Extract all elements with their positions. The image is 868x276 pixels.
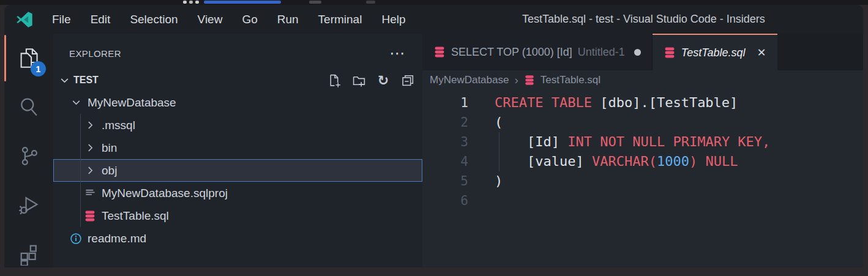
tab-TestTable.sql[interactable]: TestTable.sql✕ <box>653 34 777 70</box>
menu-selection[interactable]: Selection <box>120 5 187 34</box>
refresh-icon[interactable]: ↻ <box>376 73 391 88</box>
collapse-all-icon[interactable] <box>400 73 415 88</box>
code-token: [value] <box>495 154 592 169</box>
database-icon <box>433 46 446 58</box>
explorer-header: EXPLORER ⋯ <box>53 34 422 69</box>
code-line-4: 4 [value] VARCHAR(1000) NULL <box>422 152 863 171</box>
tree-item-.mssql[interactable]: .mssql <box>53 114 422 136</box>
code-editor[interactable]: 1CREATE TABLE [dbo].[TestTable]2(3 [Id] … <box>422 90 863 267</box>
tab-bar: SELECT TOP (1000) [Id]Untitled-1 TestTab… <box>422 34 863 70</box>
code-line-text: [value] VARCHAR(1000) NULL <box>468 152 738 171</box>
tree-item-readme.md[interactable]: readme.md <box>53 227 422 250</box>
activitybar-extensions[interactable] <box>4 229 53 267</box>
database-icon <box>83 210 97 222</box>
info-icon <box>69 233 83 245</box>
chevron-down-icon <box>59 75 70 86</box>
database-icon <box>524 75 535 86</box>
activitybar-source-control[interactable] <box>4 132 53 181</box>
menu-edit[interactable]: Edit <box>81 5 121 34</box>
line-number: 1 <box>422 93 468 113</box>
code-token: ( <box>495 114 503 130</box>
chevron-right-icon <box>83 120 97 130</box>
menu-run[interactable]: Run <box>268 5 309 34</box>
code-token: [Id] <box>495 134 567 149</box>
menu-terminal[interactable]: Terminal <box>309 5 372 34</box>
background-app-fragment <box>366 1 375 4</box>
tree-item-TestTable.sql[interactable]: TestTable.sql <box>53 204 422 227</box>
code-token: [dbo].[TestTable] <box>600 95 738 110</box>
tree-item-bin[interactable]: bin <box>53 136 422 159</box>
menu-view[interactable]: View <box>188 5 233 34</box>
database-icon <box>664 47 676 59</box>
activitybar-explorer[interactable]: 1 <box>4 34 53 83</box>
workbench: 1 <box>4 34 863 267</box>
new-folder-icon[interactable] <box>351 73 366 88</box>
line-number: 6 <box>422 191 468 211</box>
code-token: VARCHAR( <box>592 154 657 169</box>
tree-item-MyNewDatabase[interactable]: MyNewDatabase <box>53 91 422 114</box>
titlebar: FileEditSelectionViewGoRunTerminalHelp T… <box>4 5 863 34</box>
background-app-strip <box>0 0 868 5</box>
code-line-6: 6 <box>422 191 863 211</box>
sqlproj-icon <box>83 187 97 199</box>
breadcrumb: MyNewDatabase › TestTable.sql <box>422 70 863 90</box>
line-number: 5 <box>422 171 468 191</box>
editor-group: SELECT TOP (1000) [Id]Untitled-1 TestTab… <box>422 34 863 267</box>
new-file-icon[interactable] <box>327 73 342 88</box>
menubar: FileEditSelectionViewGoRunTerminalHelp <box>42 5 416 34</box>
line-number: 4 <box>422 152 468 171</box>
code-lines: 1CREATE TABLE [dbo].[TestTable]2(3 [Id] … <box>422 93 863 211</box>
activitybar-search[interactable] <box>4 83 53 132</box>
background-app-fragment <box>183 1 187 4</box>
section-actions: ↻ <box>327 73 415 88</box>
tab-SELECT TOP (1000) [Id][interactable]: SELECT TOP (1000) [Id]Untitled-1 <box>422 34 653 70</box>
line-number: 3 <box>422 132 468 152</box>
activity-bar: 1 <box>4 34 53 267</box>
tree-item-MyNewDatabase.sqlproj[interactable]: MyNewDatabase.sqlproj <box>53 182 422 204</box>
sidebar-explorer: EXPLORER ⋯ TEST <box>53 34 422 267</box>
code-token: INT NOT NULL PRIMARY KEY, <box>567 134 770 149</box>
menu-file[interactable]: File <box>42 5 81 34</box>
editor-indent-guide <box>499 132 499 171</box>
breadcrumb-item-file[interactable]: TestTable.sql <box>541 74 600 86</box>
code-token: CREATE TABLE <box>495 95 600 110</box>
tree-item-obj[interactable]: obj <box>53 159 422 182</box>
background-app-fragment <box>309 1 321 4</box>
code-line-5: 5) <box>422 171 863 191</box>
active-item-indicator <box>4 35 6 81</box>
chevron-right-icon: › <box>514 73 518 87</box>
tab-label: TestTable.sql <box>681 47 746 59</box>
vscode-window: FileEditSelectionViewGoRunTerminalHelp T… <box>4 5 863 267</box>
chevron-right-icon <box>83 165 97 176</box>
tree-item-label: bin <box>102 141 117 155</box>
code-line-text <box>468 191 495 211</box>
background-app-fragment <box>195 1 199 4</box>
code-token: ) <box>495 173 503 188</box>
file-tree: MyNewDatabase.mssqlbinobjMyNewDatabase.s… <box>53 91 422 267</box>
vscode-insiders-logo-icon <box>15 10 34 29</box>
explorer-badge: 1 <box>31 61 46 76</box>
more-actions-icon[interactable]: ⋯ <box>389 50 405 56</box>
menu-help[interactable]: Help <box>372 5 415 34</box>
code-token: ) <box>689 154 697 169</box>
section-header-test[interactable]: TEST ↻ <box>53 69 422 91</box>
menu-go[interactable]: Go <box>232 5 267 34</box>
code-token: 1000 <box>657 154 689 169</box>
source-control-icon <box>17 144 40 168</box>
background-app-fragment <box>189 1 193 4</box>
close-icon[interactable]: ✕ <box>757 46 766 59</box>
extensions-icon <box>17 242 40 266</box>
window-title: TestTable.sql - test - Visual Studio Cod… <box>522 5 765 34</box>
explorer-title: EXPLORER <box>69 48 121 59</box>
chevron-right-icon <box>83 143 97 153</box>
tree-item-label: MyNewDatabase.sqlproj <box>102 187 228 200</box>
code-token: NULL <box>697 154 738 169</box>
background-app-fragment <box>204 1 281 4</box>
code-line-1: 1CREATE TABLE [dbo].[TestTable] <box>422 93 863 113</box>
code-line-text: CREATE TABLE [dbo].[TestTable] <box>468 93 738 113</box>
code-line-text: [Id] INT NOT NULL PRIMARY KEY, <box>468 132 770 152</box>
tab-secondary-label: Untitled-1 <box>578 46 625 59</box>
breadcrumb-item-folder[interactable]: MyNewDatabase <box>430 74 509 86</box>
tree-item-label: MyNewDatabase <box>88 96 176 110</box>
activitybar-run-debug[interactable] <box>4 181 53 229</box>
